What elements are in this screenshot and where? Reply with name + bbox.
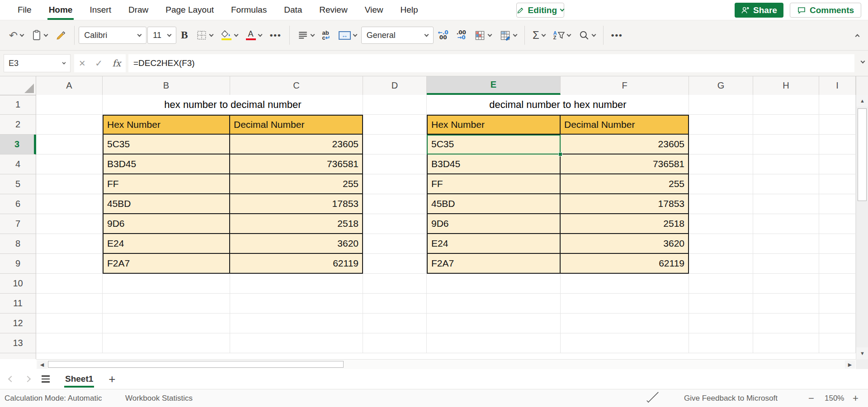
row-header-13[interactable]: 13 [0,333,36,353]
cell-A2[interactable] [36,115,103,135]
sort-filter-button[interactable]: A Z [550,25,574,46]
add-sheet-button[interactable]: + [108,373,115,385]
cell-G6[interactable] [689,194,753,214]
menu-item-formulas[interactable]: Formulas [222,0,275,20]
cell-E3[interactable]: 5C35 [427,135,561,154]
cell-D8[interactable] [363,234,427,254]
cell-A7[interactable] [36,214,103,234]
cell-A8[interactable] [36,234,103,254]
cell-G1[interactable] [689,95,753,115]
cell-C7[interactable]: 2518 [230,214,363,234]
merge-cells-button[interactable]: ↔ [335,25,360,46]
format-as-table-button[interactable] [496,25,520,46]
menu-item-file[interactable]: File [9,0,40,20]
cell-D2[interactable] [363,115,427,135]
cell-D3[interactable] [363,135,427,154]
cell-E11[interactable] [427,294,561,313]
cell-C10[interactable] [230,274,363,294]
cell-A6[interactable] [36,194,103,214]
cell-E5[interactable]: FF [427,174,561,194]
cell-G9[interactable] [689,254,753,274]
menu-item-help[interactable]: Help [392,0,426,20]
cell-F12[interactable] [561,313,689,333]
cell-D1[interactable] [363,95,427,115]
row-header-11[interactable]: 11 [0,294,36,313]
table-title-1[interactable]: hex number to decimal number [103,95,363,114]
cell-A9[interactable] [36,254,103,274]
autosum-button[interactable]: Σ [529,25,549,46]
scroll-right-button[interactable]: ▶ [845,360,855,369]
cell-D6[interactable] [363,194,427,214]
column-header-B[interactable]: B [103,76,230,95]
cell-H10[interactable] [753,274,819,294]
row-header-3[interactable]: 3 [0,135,36,154]
menu-item-data[interactable]: Data [275,0,311,20]
cell-H7[interactable] [753,214,819,234]
find-button[interactable] [575,25,599,46]
cell-I5[interactable] [819,174,856,194]
cell-D5[interactable] [363,174,427,194]
cell-I13[interactable] [819,333,856,353]
menu-item-insert[interactable]: Insert [81,0,120,20]
cell-D4[interactable] [363,154,427,174]
cell-C5[interactable]: 255 [230,174,363,194]
row-header-2[interactable]: 2 [0,115,36,135]
row-header-9[interactable]: 9 [0,254,36,274]
row-header-12[interactable]: 12 [0,313,36,333]
cell-H11[interactable] [753,294,819,313]
scroll-down-button[interactable]: ▼ [856,347,868,359]
cell-I7[interactable] [819,214,856,234]
cell-G11[interactable] [689,294,753,313]
cell-F5[interactable]: 255 [561,174,689,194]
format-painter-button[interactable] [52,25,70,46]
cell-F11[interactable] [561,294,689,313]
cell-F7[interactable]: 2518 [561,214,689,234]
cell-C6[interactable]: 17853 [230,194,363,214]
zoom-level[interactable]: 150% [825,389,844,407]
cell-C8[interactable]: 3620 [230,234,363,254]
cell-I8[interactable] [819,234,856,254]
align-button[interactable] [294,25,318,46]
cell-B10[interactable] [103,274,230,294]
wrap-text-button[interactable]: ab c↵ [319,25,334,46]
cell-C11[interactable] [230,294,363,313]
column-header-H[interactable]: H [753,76,819,95]
vertical-scrollbar[interactable]: ▲ ▼ [856,95,868,359]
cell-I9[interactable] [819,254,856,274]
cell-C2[interactable]: Decimal Number [230,115,363,135]
select-all-button[interactable] [0,76,36,95]
more-font-options-button[interactable]: ••• [266,25,285,46]
cell-E7[interactable]: 9D6 [427,214,561,234]
expand-formula-bar-icon[interactable] [861,59,865,64]
cell-G4[interactable] [689,154,753,174]
cell-B9[interactable]: F2A7 [103,254,230,274]
paste-button[interactable] [28,25,51,46]
cell-I6[interactable] [819,194,856,214]
cell-G2[interactable] [689,115,753,135]
row-header-6[interactable]: 6 [0,194,36,214]
row-header-4[interactable]: 4 [0,154,36,174]
column-header-F[interactable]: F [561,76,689,95]
more-toolbar-options-button[interactable]: ••• [608,25,627,46]
conditional-formatting-button[interactable] [471,25,495,46]
cell-C12[interactable] [230,313,363,333]
cell-G7[interactable] [689,214,753,234]
share-button[interactable]: Share [735,3,783,18]
cell-G8[interactable] [689,234,753,254]
cell-I4[interactable] [819,154,856,174]
cell-F9[interactable]: 62119 [561,254,689,274]
cell-C9[interactable]: 62119 [230,254,363,274]
cell-A4[interactable] [36,154,103,174]
cell-D10[interactable] [363,274,427,294]
cell-B13[interactable] [103,333,230,353]
cell-H1[interactable] [753,95,819,115]
cell-E2[interactable]: Hex Number [427,115,561,135]
cell-F8[interactable]: 3620 [561,234,689,254]
cell-A12[interactable] [36,313,103,333]
cell-B6[interactable]: 45BD [103,194,230,214]
cell-F6[interactable]: 17853 [561,194,689,214]
cell-A10[interactable] [36,274,103,294]
scroll-left-button[interactable]: ◀ [37,360,47,369]
cell-C4[interactable]: 736581 [230,154,363,174]
cell-C3[interactable]: 23605 [230,135,363,154]
